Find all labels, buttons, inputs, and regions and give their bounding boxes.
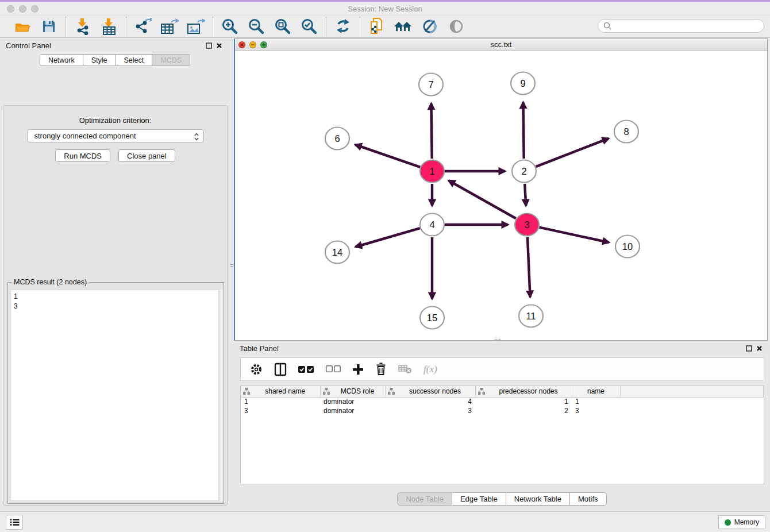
memory-button[interactable]: Memory: [718, 515, 765, 529]
float-panel-icon[interactable]: [203, 41, 214, 50]
deselect-all-icon[interactable]: [326, 365, 341, 373]
table-tabs: Node Table Edge Table Network Table Moti…: [234, 492, 770, 506]
duplicate-network-button[interactable]: [366, 17, 388, 36]
table-row[interactable]: 3dominator323: [241, 406, 764, 415]
zoom-selected-button[interactable]: [298, 17, 320, 36]
mcds-result-line: 3: [14, 302, 215, 311]
delete-table-icon[interactable]: [398, 364, 412, 374]
tab-network-table[interactable]: Network Table: [506, 492, 570, 506]
graph-edge-2-9[interactable]: [523, 102, 523, 159]
search-input[interactable]: [612, 20, 764, 32]
zoom-in-button[interactable]: [219, 17, 241, 36]
tab-edge-table[interactable]: Edge Table: [452, 492, 506, 506]
graph-edge-1-6[interactable]: [355, 145, 420, 167]
tab-mcds[interactable]: MCDS: [152, 54, 190, 66]
zoom-out-icon: [248, 18, 265, 35]
tab-select[interactable]: Select: [116, 54, 153, 66]
export-image-icon: [187, 18, 205, 35]
main-toolbar: [0, 16, 770, 38]
graph-node-6[interactable]: 6: [325, 128, 349, 150]
graph-node-10[interactable]: 10: [615, 236, 640, 258]
graph-node-8[interactable]: 8: [614, 121, 638, 143]
visibility-button[interactable]: [445, 17, 467, 36]
optimization-criterion-select[interactable]: strongly connected component: [27, 129, 204, 142]
memory-label: Memory: [734, 518, 759, 526]
task-history-button[interactable]: [6, 515, 23, 530]
graph-node-9[interactable]: 9: [511, 72, 535, 95]
search-field[interactable]: [598, 19, 764, 33]
svg-text:6: 6: [334, 133, 340, 144]
vertical-splitter[interactable]: [230, 38, 234, 511]
save-session-button[interactable]: [38, 17, 60, 36]
graph-edge-1-7[interactable]: [431, 103, 432, 159]
optimization-criterion-label: Optimization criterion:: [3, 116, 227, 125]
home-layout-button[interactable]: [392, 17, 414, 36]
export-image-button[interactable]: [185, 17, 207, 36]
mcds-result-title: MCDS result (2 nodes): [11, 278, 89, 286]
result-scrollbar[interactable]: [219, 290, 224, 501]
tab-node-table[interactable]: Node Table: [397, 492, 452, 506]
close-panel-icon[interactable]: [214, 41, 224, 50]
col-filler: [620, 386, 764, 397]
tab-network[interactable]: Network: [40, 54, 83, 66]
export-table-button[interactable]: [159, 17, 180, 36]
add-column-icon[interactable]: [352, 364, 364, 375]
zoom-selected-icon: [301, 18, 318, 35]
graph-node-4[interactable]: 4: [420, 214, 444, 236]
graph-edge-3-11[interactable]: [528, 237, 530, 297]
graph-node-14[interactable]: 14: [325, 241, 349, 264]
graph-node-15[interactable]: 15: [420, 307, 444, 329]
float-table-panel-icon[interactable]: [744, 344, 754, 353]
graph-node-11[interactable]: 11: [519, 305, 543, 327]
apply-style-button[interactable]: [419, 17, 441, 36]
import-network-button[interactable]: [72, 17, 94, 36]
graph-edge-4-14[interactable]: [356, 228, 420, 247]
zoom-out-button[interactable]: [245, 17, 267, 36]
refresh-icon: [335, 18, 351, 34]
col-successor-nodes[interactable]: successor nodes: [385, 386, 475, 397]
col-predecessor-nodes[interactable]: predecessor nodes: [475, 386, 572, 397]
gear-icon[interactable]: [250, 363, 263, 376]
graph-edge-3-10[interactable]: [539, 228, 609, 242]
graph-node-1[interactable]: 1: [420, 160, 444, 183]
zoom-fit-button[interactable]: [272, 17, 294, 36]
graph-node-3[interactable]: 3: [515, 214, 539, 236]
list-icon: [10, 518, 20, 526]
mcds-result-group: MCDS result (2 nodes) 1 3: [7, 282, 224, 504]
col-name[interactable]: name: [572, 386, 620, 397]
run-mcds-button[interactable]: Run MCDS: [55, 149, 110, 162]
svg-text:10: 10: [622, 241, 633, 252]
graph-node-2[interactable]: 2: [512, 160, 536, 183]
open-session-button[interactable]: [11, 17, 33, 36]
graph-edge-2-3[interactable]: [525, 184, 526, 206]
refresh-button[interactable]: [332, 17, 354, 36]
network-canvas[interactable]: 7968124314101511: [235, 51, 767, 340]
import-table-icon: [102, 18, 117, 35]
table-panel-title: Table Panel: [240, 344, 279, 353]
graph-edge-3-1[interactable]: [449, 180, 516, 218]
mcds-result-list[interactable]: 1 3: [10, 290, 219, 501]
svg-text:11: 11: [526, 311, 536, 321]
svg-text:2: 2: [521, 166, 526, 176]
network-graph: 7968124314101511: [235, 51, 767, 340]
split-column-icon[interactable]: [274, 363, 287, 376]
import-table-button[interactable]: [98, 17, 120, 36]
svg-text:14: 14: [332, 247, 342, 257]
graph-node-7[interactable]: 7: [419, 74, 443, 96]
select-all-icon[interactable]: [298, 365, 314, 373]
trash-icon[interactable]: [375, 363, 387, 376]
col-shared-name[interactable]: shared name: [241, 386, 320, 397]
tab-style[interactable]: Style: [83, 54, 116, 66]
mcds-result-line: 1: [14, 292, 215, 302]
memory-status-icon: [725, 519, 731, 526]
col-mcds-role[interactable]: MCDS role: [320, 386, 385, 397]
network-window-titlebar[interactable]: scc.txt: [235, 39, 767, 51]
function-builder-icon[interactable]: f(x): [424, 364, 437, 375]
close-table-panel-icon[interactable]: [754, 344, 764, 353]
close-panel-button[interactable]: Close panel: [118, 149, 175, 162]
control-panel-tabs: Network Style Select MCDS: [0, 54, 230, 66]
tab-motifs[interactable]: Motifs: [570, 492, 607, 506]
graph-edge-2-8[interactable]: [536, 138, 609, 167]
table-row[interactable]: 1dominator411: [241, 397, 764, 406]
export-network-button[interactable]: [132, 17, 154, 36]
